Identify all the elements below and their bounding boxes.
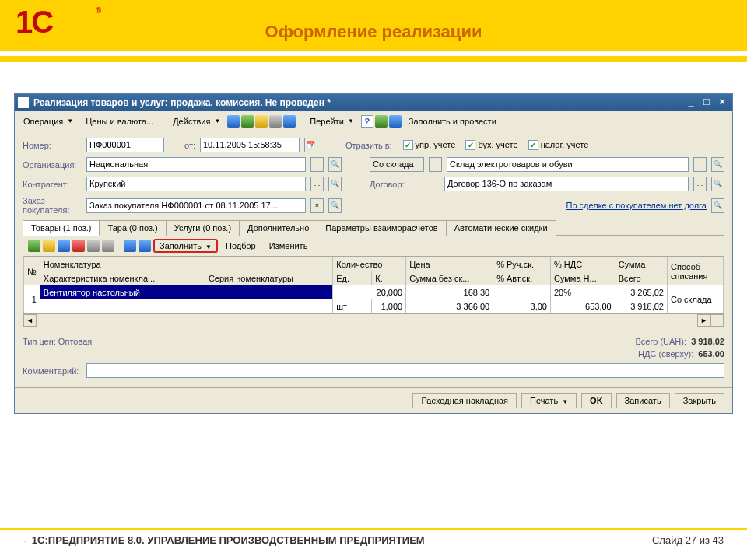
ok-button[interactable]: OK — [581, 393, 612, 408]
titlebar[interactable]: Реализация товаров и услуг: продажа, ком… — [15, 94, 732, 111]
tab-extra[interactable]: Дополнительно — [239, 220, 317, 236]
col-man-disc[interactable]: % Руч.ск. — [493, 257, 551, 271]
col-vat-pct[interactable]: % НДС — [550, 257, 615, 271]
warehouse-field[interactable]: Склад электротоваров и обуви — [447, 157, 689, 172]
comment-field[interactable] — [86, 363, 724, 378]
contract-field[interactable]: Договор 136-О по заказам — [444, 177, 689, 191]
table-row[interactable]: шт 1,000 3 366,00 3,00 653,00 3 918,02 — [24, 299, 724, 313]
structure-icon[interactable] — [269, 115, 282, 128]
contr-search-icon[interactable]: 🔍 — [328, 177, 342, 191]
col-vat-sum[interactable]: Сумма Н... — [550, 271, 615, 285]
list-icon[interactable] — [389, 115, 402, 128]
operation-menu[interactable]: Операция▼ — [18, 114, 79, 128]
tab-discounts[interactable]: Автоматические скидки — [446, 220, 556, 236]
invoice-button[interactable]: Расходная накладная — [412, 393, 517, 408]
col-nomen[interactable]: Номенклатура — [40, 257, 332, 271]
acct-checkbox[interactable]: ✓ — [465, 140, 475, 150]
close-button[interactable]: × — [715, 96, 729, 109]
header-stripe — [0, 56, 747, 62]
order-clear-icon[interactable]: × — [310, 198, 324, 213]
delete-row-icon[interactable] — [72, 240, 85, 252]
edit-row-icon[interactable] — [58, 240, 70, 252]
wh-type-select-icon[interactable]: ... — [429, 157, 442, 172]
mgmt-checkbox[interactable]: ✓ — [403, 140, 413, 150]
price-type-label: Тип цен: Оптовая — [23, 337, 92, 346]
col-auto-disc[interactable]: % Авт.ск. — [493, 271, 551, 285]
col-method[interactable]: Способ списания — [668, 257, 724, 285]
sort-desc-icon[interactable] — [139, 240, 151, 252]
slide-header: 1С ® Оформление реализации — [0, 0, 747, 78]
add-row-icon[interactable] — [28, 240, 40, 252]
number-field[interactable]: НФ000001 — [86, 138, 164, 152]
table-toolbar: Заполнить ▼ Подбор Изменить — [23, 236, 724, 256]
col-grand[interactable]: Всего — [615, 271, 667, 285]
close-window-button[interactable]: Закрыть — [675, 393, 724, 408]
refresh-icon[interactable] — [241, 115, 254, 128]
product-name: 1С:ПРЕДПРИЯТИЕ 8.0. УПРАВЛЕНИЕ ПРОИЗВОДС… — [32, 534, 425, 546]
col-k[interactable]: К. — [372, 271, 406, 285]
post-icon[interactable] — [227, 115, 240, 128]
select-button[interactable]: Подбор — [220, 239, 261, 253]
window-title: Реализация товаров и услуг: продажа, ком… — [33, 97, 684, 108]
wh-select-icon[interactable]: ... — [693, 157, 707, 172]
date-field[interactable]: 10.11.2005 15:58:35 — [200, 138, 300, 152]
registered-icon: ® — [96, 6, 101, 15]
wh-search-icon[interactable]: 🔍 — [711, 157, 724, 172]
contract-search-icon[interactable]: 🔍 — [711, 177, 724, 191]
col-series[interactable]: Серия номенклатуры — [205, 271, 332, 285]
fill-post-button[interactable]: Заполнить и провести — [403, 114, 502, 128]
totals-area: Тип цен: Оптовая Всего (UAH): 3 918,02 Н… — [15, 332, 732, 387]
deal-search-icon[interactable]: 🔍 — [711, 198, 724, 213]
go-menu[interactable]: Перейти▼ — [304, 114, 359, 128]
move-up-icon[interactable] — [87, 240, 100, 252]
contract-label: Договор: — [370, 180, 440, 189]
table-row[interactable]: 1 Вентилятор настольный 20,000 168,30 20… — [24, 285, 724, 299]
col-char[interactable]: Характеристика номенкла... — [40, 271, 205, 285]
move-down-icon[interactable] — [102, 240, 114, 252]
actions-menu[interactable]: Действия▼ — [167, 114, 226, 128]
col-price[interactable]: Цена — [406, 257, 493, 271]
order-search-icon[interactable]: 🔍 — [328, 198, 342, 213]
print-menu[interactable]: Печать ▼ — [521, 393, 577, 408]
col-unit[interactable]: Ед. — [333, 271, 372, 285]
prices-button[interactable]: Цены и валюта... — [80, 114, 159, 128]
tab-tara[interactable]: Тара (0 поз.) — [99, 220, 166, 236]
copy-row-icon[interactable] — [43, 240, 55, 252]
app-window: Реализация товаров и услуг: продажа, ком… — [14, 93, 733, 414]
org-search-icon[interactable]: 🔍 — [328, 157, 342, 172]
col-qty[interactable]: Количество — [333, 257, 406, 271]
minimize-button[interactable]: _ — [684, 96, 698, 109]
order-field[interactable]: Заказ покупателя НФ000001 от 08.11.2005 … — [86, 198, 306, 213]
change-button[interactable]: Изменить — [264, 239, 314, 253]
tab-settlements[interactable]: Параметры взаиморасчетов — [317, 220, 446, 236]
org-select-icon[interactable]: ... — [310, 157, 324, 172]
calendar-icon[interactable]: 📅 — [304, 138, 317, 152]
col-num[interactable]: № — [24, 257, 40, 285]
main-toolbar: Операция▼ Цены и валюта... Действия▼ Пер… — [15, 111, 732, 131]
maximize-button[interactable]: □ — [700, 96, 714, 109]
contr-field[interactable]: Крупский — [86, 177, 306, 191]
report-icon[interactable] — [255, 115, 268, 128]
sort-asc-icon[interactable] — [124, 240, 136, 252]
col-total[interactable]: Сумма — [615, 257, 667, 271]
horizontal-scrollbar[interactable]: ◄ ► — [23, 313, 724, 327]
slide-footer: · 1С:ПРЕДПРИЯТИЕ 8.0. УПРАВЛЕНИЕ ПРОИЗВО… — [0, 528, 747, 546]
scroll-right-icon[interactable]: ► — [697, 314, 710, 327]
settings-icon[interactable] — [375, 115, 388, 128]
tax-checkbox[interactable]: ✓ — [528, 140, 538, 150]
tab-goods[interactable]: Товары (1 поз.) — [23, 220, 100, 236]
org-field[interactable]: Национальная — [86, 157, 306, 172]
tab-services[interactable]: Услуги (0 поз.) — [166, 220, 240, 236]
deal-link[interactable]: По сделке с покупателем нет долга — [566, 201, 707, 210]
contr-select-icon[interactable]: ... — [310, 177, 324, 191]
from-wh-field[interactable]: Со склада — [370, 157, 424, 172]
scroll-left-icon[interactable]: ◄ — [23, 314, 37, 327]
help-icon[interactable]: ? — [361, 115, 374, 128]
contract-select-icon[interactable]: ... — [693, 177, 707, 191]
save-button[interactable]: Записать — [616, 393, 670, 408]
vat-label: НДС (сверху): — [638, 349, 693, 359]
fill-button[interactable]: Заполнить ▼ — [153, 239, 218, 253]
col-sum-wo[interactable]: Сумма без ск... — [406, 271, 493, 285]
basis-icon[interactable] — [283, 115, 296, 128]
goods-table[interactable]: № Номенклатура Количество Цена % Руч.ск.… — [23, 256, 724, 327]
